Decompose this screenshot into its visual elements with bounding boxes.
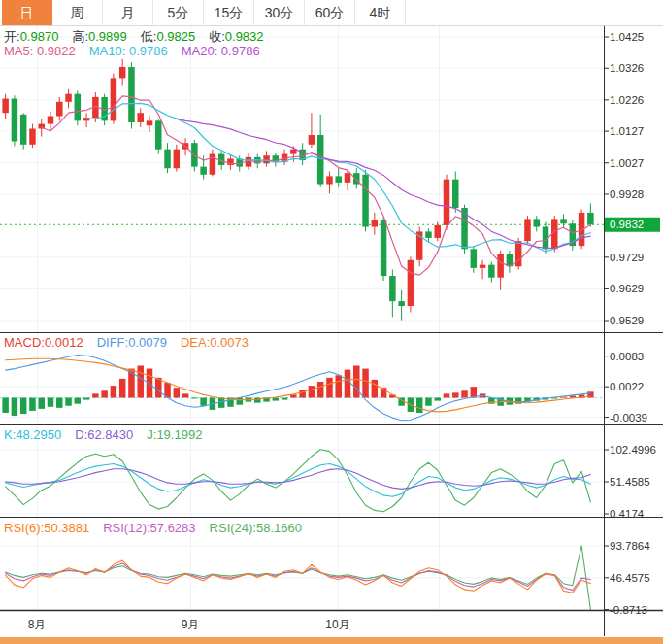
- svg-text:-0.8713: -0.8713: [610, 604, 647, 616]
- chart-canvas[interactable]: 1.04251.03261.02261.01271.00270.99280.97…: [0, 0, 663, 644]
- svg-text:0.0083: 0.0083: [610, 351, 644, 362]
- svg-text:0.9529: 0.9529: [610, 315, 644, 326]
- svg-text:46.4575: 46.4575: [610, 572, 650, 584]
- svg-text:1.0425: 1.0425: [610, 31, 644, 43]
- svg-text:9月: 9月: [182, 618, 200, 631]
- svg-text:0.9928: 0.9928: [610, 188, 644, 200]
- svg-text:0.9629: 0.9629: [610, 283, 644, 294]
- kdj-panel: [6, 450, 591, 512]
- svg-text:0.9832: 0.9832: [610, 219, 644, 230]
- svg-text:1.0027: 1.0027: [610, 157, 644, 169]
- svg-text:0.0022: 0.0022: [610, 381, 644, 392]
- svg-text:102.4996: 102.4996: [610, 444, 656, 456]
- svg-text:0.4174: 0.4174: [610, 508, 645, 520]
- time-axis: 8月9月10月: [28, 618, 350, 631]
- svg-text:-0.0039: -0.0039: [610, 412, 647, 424]
- svg-text:93.7864: 93.7864: [610, 540, 650, 552]
- bottom-bar: [0, 637, 663, 644]
- svg-text:8月: 8月: [28, 618, 47, 631]
- candlestick-panel: [0, 59, 605, 321]
- svg-text:1.0127: 1.0127: [610, 125, 644, 137]
- macd-panel: [0, 356, 603, 421]
- kline-app: 日周月5分15分30分60分4时 1.04251.03261.02261.012…: [0, 0, 663, 644]
- gridlines: [0, 26, 604, 610]
- svg-text:0.9729: 0.9729: [610, 252, 644, 263]
- current-price-badge: 0.9832: [605, 218, 660, 232]
- svg-text:1.0226: 1.0226: [610, 94, 644, 106]
- svg-text:1.0326: 1.0326: [610, 62, 644, 74]
- svg-text:51.4585: 51.4585: [610, 476, 650, 488]
- svg-text:10月: 10月: [325, 618, 349, 631]
